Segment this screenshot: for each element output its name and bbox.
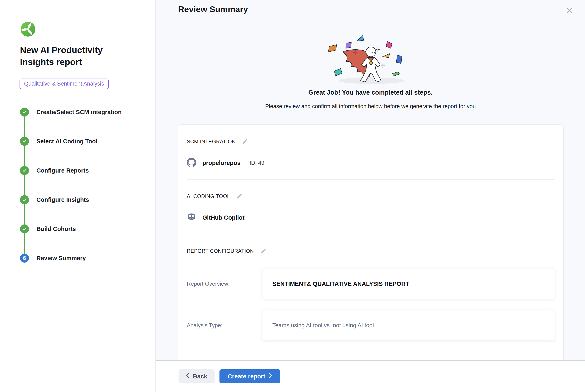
wizard-title: New AI Productivity Insights report <box>20 44 123 68</box>
pencil-icon <box>260 252 266 254</box>
stepper-connector <box>24 112 25 258</box>
hero-subheading: Please review and confirm all informatio… <box>265 103 476 110</box>
step-label: Configure Insights <box>36 196 89 203</box>
step-number-badge: 6 <box>20 254 29 263</box>
hero-section: Great Job! You have completed all steps.… <box>156 29 585 110</box>
step-item-review-summary[interactable]: 6 Review Summary <box>20 254 143 263</box>
edit-report-config-button[interactable] <box>260 248 266 254</box>
report-config-section-title: REPORT CONFIGURATION <box>187 248 254 254</box>
hero-heading: Great Job! You have completed all steps. <box>308 89 432 96</box>
ai-tool-name: GitHub Copilot <box>202 214 244 221</box>
github-icon <box>187 158 196 168</box>
ai-tool-section: AI CODING TOOL <box>187 180 554 234</box>
chevron-left-icon <box>186 373 189 380</box>
propelo-logo-icon <box>20 22 36 36</box>
summary-card: SCM INTEGRATION propelorepos ID: 49 <box>178 124 564 360</box>
step-label: Select AI Coding Tool <box>36 138 97 145</box>
celebration-illustration <box>317 29 424 88</box>
copilot-icon <box>187 212 196 223</box>
close-button[interactable] <box>564 6 574 16</box>
pencil-icon <box>236 197 242 200</box>
sidebar: New AI Productivity Insights report Qual… <box>0 0 156 392</box>
report-overview-row: Report Overview: SENTIMENT& QUALITATIVE … <box>187 269 554 299</box>
analysis-type-value: Teams using AI tool vs. not using AI too… <box>262 310 554 340</box>
report-config-section: REPORT CONFIGURATION Report Overview: SE… <box>187 234 554 352</box>
step-item-scm[interactable]: Create/Select SCM integration <box>20 108 143 116</box>
app-window: New AI Productivity Insights report Qual… <box>0 0 585 392</box>
step-item-build-cohorts[interactable]: Build Cohorts <box>20 224 143 234</box>
chevron-right-icon <box>269 373 272 380</box>
pencil-icon <box>242 142 248 145</box>
edit-scm-button[interactable] <box>242 138 248 145</box>
back-button-label: Back <box>193 373 207 380</box>
step-label: Create/Select SCM integration <box>36 109 122 116</box>
analysis-type-row: Analysis Type: Teams using AI tool vs. n… <box>187 310 554 340</box>
section-divider <box>187 352 554 352</box>
step-check-icon <box>20 166 29 175</box>
review-summary-panel: Review Summary <box>156 0 585 360</box>
step-label: Build Cohorts <box>36 226 76 232</box>
scm-integration-id: ID: 49 <box>250 160 264 166</box>
step-item-configure-reports[interactable]: Configure Reports <box>20 166 143 175</box>
close-icon <box>565 12 574 15</box>
report-type-badge: Qualitative & Sentiment Analysis <box>20 78 108 89</box>
step-item-configure-insights[interactable]: Configure Insights <box>20 195 143 204</box>
step-check-icon <box>20 108 29 116</box>
report-overview-value: SENTIMENT& QUALITATIVE ANALYSIS REPORT <box>262 269 554 299</box>
step-check-icon <box>20 224 29 234</box>
wizard-footer: Back Create report <box>156 360 585 392</box>
create-report-label: Create report <box>228 373 265 380</box>
create-report-button[interactable]: Create report <box>220 370 280 383</box>
report-overview-label: Report Overview: <box>187 281 262 287</box>
step-item-ai-tool[interactable]: Select AI Coding Tool <box>20 137 143 146</box>
edit-ai-tool-button[interactable] <box>236 193 243 200</box>
step-label: Review Summary <box>36 255 86 262</box>
back-button[interactable]: Back <box>178 370 214 383</box>
ai-tool-section-title: AI CODING TOOL <box>187 193 230 199</box>
stepper: Create/Select SCM integration Select AI … <box>20 108 143 263</box>
scm-section-title: SCM INTEGRATION <box>187 138 236 144</box>
step-check-icon <box>20 137 29 146</box>
scm-integration-name: propelorepos <box>202 160 240 166</box>
step-check-icon <box>20 195 29 204</box>
page-title: Review Summary <box>178 4 248 14</box>
analysis-type-label: Analysis Type: <box>187 322 262 329</box>
scm-section: SCM INTEGRATION propelorepos ID: 49 <box>187 125 554 179</box>
step-label: Configure Reports <box>36 167 89 174</box>
